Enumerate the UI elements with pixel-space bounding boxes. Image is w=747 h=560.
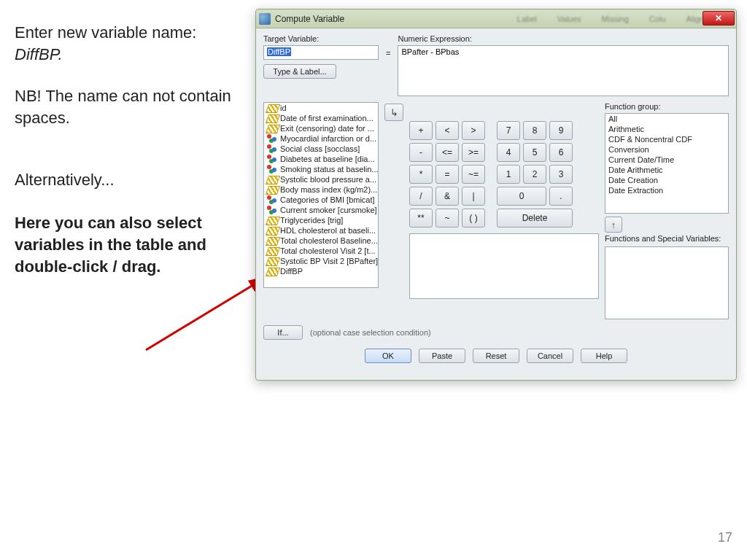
key-1[interactable]: 1 (497, 165, 520, 184)
key-4[interactable]: 4 (497, 143, 520, 162)
list-item[interactable]: Conversion (605, 144, 728, 155)
titlebar[interactable]: Compute Variable LabelValues MissingColu… (256, 9, 736, 28)
equals-sign: = (386, 49, 390, 58)
reset-button[interactable]: Reset (473, 349, 519, 363)
key-and[interactable]: & (436, 187, 459, 206)
numeric-expression-input[interactable] (398, 45, 729, 96)
key-8[interactable]: 8 (523, 121, 546, 140)
key-delete[interactable]: Delete (497, 209, 573, 228)
key-neq[interactable]: ~= (462, 165, 485, 184)
key-parens[interactable]: ( ) (462, 209, 485, 228)
scale-icon (267, 175, 277, 184)
key-lt[interactable]: < (436, 121, 459, 140)
key-lte[interactable]: <= (436, 143, 459, 162)
background-column-headers: LabelValues MissingColu Align (517, 9, 704, 28)
nominal-icon (267, 206, 277, 214)
function-group-list[interactable]: All Arithmetic CDF & Noncentral CDF Conv… (605, 113, 729, 214)
key-2[interactable]: 2 (523, 165, 546, 184)
scale-icon (267, 104, 277, 112)
key-not[interactable]: ~ (436, 209, 459, 228)
key-gt[interactable]: > (462, 121, 485, 140)
list-item[interactable]: Date of first examination... (264, 113, 378, 123)
list-item[interactable]: HDL cholesterol at baseli... (264, 225, 378, 236)
key-3[interactable]: 3 (549, 165, 573, 184)
list-item[interactable]: Current Date/Time (605, 155, 728, 165)
insert-function-button[interactable]: ↑ (605, 217, 622, 233)
list-item[interactable]: Systolic BP Visit 2 [BPafter] (264, 256, 378, 266)
close-button[interactable]: ✕ (703, 11, 735, 26)
scale-icon (267, 257, 277, 265)
description-box[interactable] (409, 233, 599, 299)
list-item[interactable]: Social class [socclass] (264, 144, 378, 154)
move-to-expression-button[interactable]: ↳ (384, 104, 403, 121)
annotation-line-2: NB! The name can not contain spaces. (15, 85, 233, 128)
list-item[interactable]: Systolic blood pressure a... (264, 174, 378, 184)
key-minus[interactable]: - (409, 143, 433, 162)
list-item[interactable]: Categories of BMI [bmicat] (264, 195, 378, 205)
scale-icon (267, 216, 277, 225)
key-power[interactable]: ** (409, 209, 433, 228)
nominal-icon (267, 155, 277, 163)
list-item[interactable]: Total cholesterol Baseline... (264, 236, 378, 246)
key-or[interactable]: | (462, 187, 485, 206)
functions-vars-list[interactable] (605, 246, 729, 319)
key-7[interactable]: 7 (497, 121, 520, 140)
key-gte[interactable]: >= (462, 143, 485, 162)
function-group-label: Function group: (605, 102, 729, 111)
list-item[interactable]: All (605, 114, 728, 124)
list-item[interactable]: CDF & Noncentral CDF (605, 134, 728, 144)
list-item[interactable]: Smoking status at baselin... (264, 164, 378, 174)
key-6[interactable]: 6 (549, 143, 573, 162)
dialog-button-row: OK Paste Reset Cancel Help (263, 349, 729, 363)
cancel-button[interactable]: Cancel (527, 349, 573, 363)
target-variable-label: Target Variable: (263, 34, 379, 43)
type-and-label-button[interactable]: Type & Label... (263, 64, 336, 79)
list-item[interactable]: id (264, 103, 378, 113)
if-condition-text: (optional case selection condition) (310, 328, 431, 337)
slide-annotation: Enter new variable name: DiffBP. NB! The… (15, 22, 233, 298)
list-item[interactable]: Total cholesterol Visit 2 [t... (264, 246, 378, 256)
list-item[interactable]: Exit (censoring) date for ... (264, 123, 378, 133)
list-item[interactable]: Date Creation (605, 175, 728, 185)
nominal-icon (267, 165, 277, 174)
list-item[interactable]: DiffBP (264, 266, 378, 276)
key-0[interactable]: 0 (497, 187, 546, 206)
variable-list[interactable]: id Date of first examination... Exit (ce… (263, 102, 379, 288)
list-item[interactable]: Triglycerides [trig] (264, 215, 378, 225)
scale-icon (267, 185, 277, 194)
list-item[interactable]: Diabetes at baseline [dia... (264, 154, 378, 164)
scale-icon (267, 124, 277, 133)
window-title: Compute Variable (275, 14, 344, 24)
key-eq[interactable]: = (436, 165, 459, 184)
list-item[interactable]: Myocardial infarction or d... (264, 133, 378, 144)
scale-icon (267, 246, 277, 255)
key-9[interactable]: 9 (549, 121, 573, 140)
nominal-icon (267, 144, 277, 153)
list-item[interactable]: Date Arithmetic (605, 165, 728, 175)
paste-button[interactable]: Paste (419, 349, 465, 363)
nominal-icon (267, 195, 277, 204)
scale-icon (267, 226, 277, 235)
key-plus[interactable]: + (409, 121, 433, 140)
scale-icon (267, 236, 277, 245)
key-divide[interactable]: / (409, 187, 433, 206)
page-number: 17 (718, 530, 732, 545)
scale-icon (267, 114, 277, 122)
key-multiply[interactable]: * (409, 165, 433, 184)
annotation-line-1: Enter new variable name: DiffBP. (15, 22, 233, 65)
list-item[interactable]: Current smoker [cursmoke] (264, 205, 378, 215)
if-button[interactable]: If... (263, 325, 303, 340)
ok-button[interactable]: OK (365, 349, 411, 363)
variable-name-italic: DiffBP. (15, 45, 63, 63)
numeric-expression-label: Numeric Expression: (398, 34, 729, 43)
target-variable-input[interactable]: DiffBP (263, 45, 379, 60)
help-button[interactable]: Help (581, 349, 627, 363)
list-item[interactable]: Date Extraction (605, 185, 728, 195)
compute-variable-dialog: Compute Variable LabelValues MissingColu… (255, 9, 737, 381)
list-item[interactable]: Arithmetic (605, 124, 728, 134)
nominal-icon (267, 134, 277, 143)
scale-icon (267, 267, 277, 276)
list-item[interactable]: Body mass index (kg/m2)... (264, 184, 378, 195)
key-5[interactable]: 5 (523, 143, 546, 162)
key-dot[interactable]: . (549, 187, 573, 206)
